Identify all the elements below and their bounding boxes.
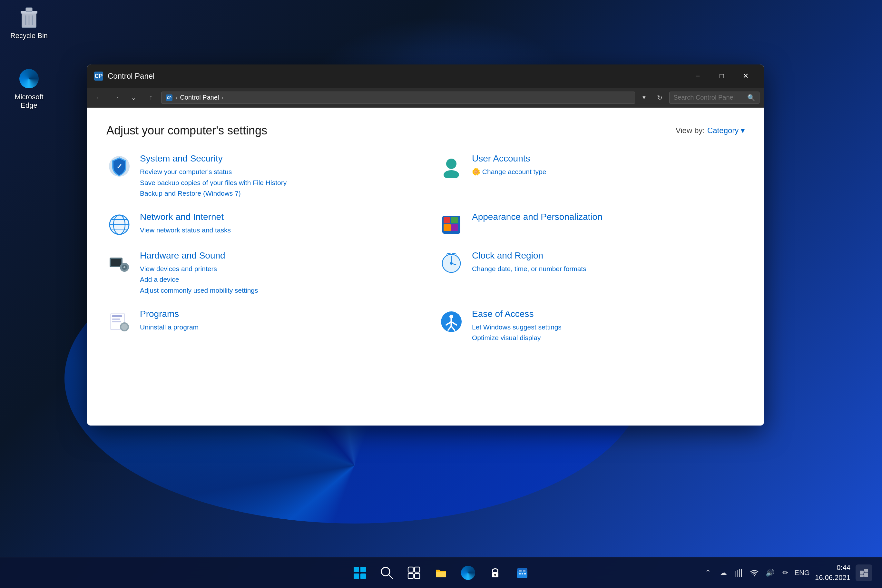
taskbar-right: ⌃ ☁ (702, 563, 872, 583)
volume-icon[interactable]: 🔊 (764, 566, 776, 579)
view-by-value[interactable]: Category ▾ (707, 126, 745, 135)
user-accounts-title[interactable]: User Accounts (472, 153, 745, 164)
svg-rect-70 (737, 570, 738, 577)
search-field[interactable]: 🔍 (669, 92, 759, 104)
svg-rect-2 (26, 8, 32, 12)
search-taskbar-button[interactable] (376, 562, 397, 583)
category-clock-region: Clock and Region Change date, time, or n… (438, 250, 745, 296)
up-button[interactable]: ↑ (144, 91, 158, 105)
breadcrumb-end-arrow: › (222, 95, 224, 100)
svg-text:CP: CP (94, 73, 102, 79)
clock-region-content: Clock and Region Change date, time, or n… (472, 250, 745, 274)
search-input[interactable] (674, 94, 745, 101)
svg-rect-77 (864, 573, 868, 577)
ease-of-access-title[interactable]: Ease of Access (472, 309, 745, 319)
cloud-icon[interactable]: ☁ (717, 566, 730, 579)
category-hardware-sound: Hardware and Sound View devices and prin… (106, 250, 412, 296)
system-clock[interactable]: 0:44 16.06.2021 (815, 563, 850, 583)
window-title: Control Panel (108, 72, 682, 81)
task-view-icon (407, 566, 421, 580)
address-bar: ← → ⌄ ↑ CP › Control Panel › ▼ ↻ 🔍 (87, 88, 764, 108)
category-system-security: ✓ System and Security Review your comput… (106, 153, 412, 199)
network-tray-icon[interactable] (732, 566, 746, 579)
edge-taskbar-button[interactable] (458, 562, 478, 583)
appearance-content: Appearance and Personalization (472, 212, 745, 225)
svg-rect-26 (111, 259, 121, 266)
content-header: Adjust your computer's settings View by:… (106, 124, 745, 137)
appearance-icon (438, 212, 464, 238)
close-button[interactable]: ✕ (734, 64, 758, 88)
svg-point-73 (754, 575, 755, 576)
svg-rect-37 (112, 315, 122, 317)
forward-button[interactable]: → (109, 91, 123, 105)
network-internet-title[interactable]: Network and Internet (140, 212, 412, 222)
categories-grid: ✓ System and Security Review your comput… (106, 153, 745, 344)
svg-rect-72 (741, 568, 742, 577)
svg-rect-21 (444, 217, 450, 224)
microsoft-edge-icon[interactable]: Microsoft Edge (6, 64, 52, 112)
dropdown-button[interactable]: ⌄ (126, 91, 141, 105)
maximize-button[interactable]: □ (710, 64, 734, 88)
svg-point-41 (121, 324, 128, 330)
system-security-link-1[interactable]: Review your computer's status (140, 166, 412, 177)
svg-text:✓: ✓ (116, 162, 122, 171)
calendar-icon (515, 566, 530, 580)
language-button[interactable]: ENG (794, 568, 810, 577)
clock-date: 16.06.2021 (815, 573, 850, 583)
address-field[interactable]: CP › Control Panel › (161, 92, 635, 104)
recycle-bin-image (17, 6, 40, 29)
control-panel-window: CP Control Panel − □ ✕ ← → ⌄ ↑ CP › Cont… (87, 64, 764, 426)
tray-arrow-button[interactable]: ⌃ (702, 566, 714, 579)
svg-rect-65 (523, 570, 525, 572)
file-explorer-button[interactable] (430, 562, 452, 583)
network-internet-content: Network and Internet View network status… (140, 212, 412, 236)
programs-title[interactable]: Programs (140, 309, 412, 319)
ease-of-access-icon (438, 309, 464, 334)
hardware-sound-content: Hardware and Sound View devices and prin… (140, 250, 412, 296)
system-security-link-2[interactable]: Save backup copies of your files with Fi… (140, 177, 412, 188)
edge-label: Microsoft Edge (9, 93, 49, 110)
programs-link-1[interactable]: Uninstall a program (140, 322, 412, 333)
svg-rect-24 (452, 224, 458, 231)
ease-of-access-link-1[interactable]: Let Windows suggest settings (472, 322, 745, 333)
svg-rect-66 (519, 573, 520, 574)
svg-rect-76 (860, 574, 864, 577)
clock-region-title[interactable]: Clock and Region (472, 250, 745, 261)
vpn-button[interactable] (485, 562, 506, 583)
refresh-button[interactable]: ↻ (653, 92, 666, 104)
system-security-title[interactable]: System and Security (140, 153, 412, 164)
hardware-sound-title[interactable]: Hardware and Sound (140, 250, 412, 261)
ease-of-access-link-2[interactable]: Optimize visual display (472, 332, 745, 344)
svg-rect-58 (415, 573, 420, 579)
svg-point-29 (123, 266, 125, 268)
hardware-sound-link-2[interactable]: Add a device (140, 274, 412, 285)
clock-region-icon (438, 250, 464, 276)
recycle-bin-icon[interactable]: Recycle Bin (6, 3, 52, 42)
back-button[interactable]: ← (92, 91, 106, 105)
start-button[interactable] (350, 562, 370, 583)
svg-point-61 (494, 574, 496, 576)
svg-text:CP: CP (167, 96, 171, 100)
user-accounts-link-1[interactable]: 🌼 Change account type (472, 166, 745, 177)
pen-icon[interactable]: ✏ (779, 566, 792, 579)
hardware-sound-link-3[interactable]: Adjust commonly used mobility settings (140, 285, 412, 296)
wifi-icon[interactable] (748, 566, 761, 579)
svg-point-12 (446, 159, 456, 169)
svg-point-19 (110, 215, 129, 234)
minimize-button[interactable]: − (686, 64, 710, 88)
address-dropdown[interactable]: ▼ (638, 92, 650, 104)
system-security-link-3[interactable]: Backup and Restore (Windows 7) (140, 188, 412, 199)
svg-rect-22 (451, 217, 458, 224)
task-view-button[interactable] (404, 562, 424, 583)
clock-time: 0:44 (815, 563, 850, 573)
user-accounts-icon (438, 153, 464, 179)
appearance-title[interactable]: Appearance and Personalization (472, 212, 745, 222)
user-accounts-content: User Accounts 🌼 Change account type (472, 153, 745, 177)
network-internet-link-1[interactable]: View network status and tasks (140, 225, 412, 236)
programs-icon (106, 309, 132, 334)
svg-rect-56 (415, 567, 420, 572)
hardware-sound-link-1[interactable]: View devices and printers (140, 263, 412, 274)
notification-button[interactable] (856, 564, 872, 581)
clock-region-link-1[interactable]: Change date, time, or number formats (472, 263, 745, 274)
calendar-button[interactable] (512, 562, 532, 583)
